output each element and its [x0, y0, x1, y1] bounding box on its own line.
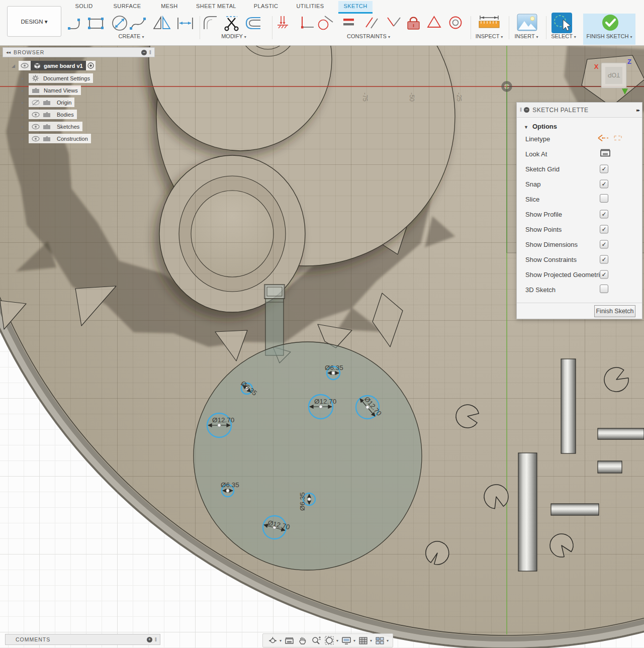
select-dropdown[interactable]: SELECT ▾	[551, 33, 576, 39]
lock-constraint-icon[interactable]	[408, 18, 419, 29]
tab-solid[interactable]: SOLID	[75, 3, 93, 9]
palette-header[interactable]: ‖ − SKETCH PALETTE ▸▸	[517, 103, 642, 118]
create-dropdown[interactable]: CREATE ▾	[119, 33, 144, 39]
inspect-dropdown[interactable]: INSPECT ▾	[476, 33, 503, 39]
collapse-browser-icon[interactable]: ◂◂	[6, 50, 11, 55]
show-projected-geometries-checkbox[interactable]: ✓	[600, 270, 608, 279]
tab-plastic[interactable]: PLASTIC	[254, 3, 279, 9]
palette-options-icon[interactable]: −	[524, 107, 529, 113]
display-settings-icon[interactable]	[341, 636, 351, 645]
eye-icon[interactable]	[32, 112, 40, 118]
fix-constraint-icon[interactable]	[278, 16, 288, 28]
grid-dropdown-caret[interactable]: ▾	[370, 638, 372, 643]
show-points-checkbox[interactable]: ✓	[600, 225, 608, 234]
slice-checkbox[interactable]	[600, 194, 608, 203]
add-comment-icon[interactable]: +	[147, 637, 152, 642]
construction-linetype-icon[interactable]	[597, 133, 610, 143]
browser-root-row[interactable]: ◢ game board v1	[12, 61, 96, 70]
inspect-icon[interactable]	[475, 14, 503, 33]
expand-icon[interactable]: ▸	[22, 88, 29, 93]
3d-sketch-checkbox[interactable]	[600, 285, 608, 293]
browser-row-bodies[interactable]: ▸ Bodies	[22, 110, 77, 119]
browser-row-sketches[interactable]: ▸ Sketches	[22, 122, 82, 131]
finish-sketch-icon[interactable]	[601, 14, 620, 33]
browser-options-icon[interactable]: −	[141, 50, 147, 55]
perpendicular-constraint-icon[interactable]	[388, 18, 400, 26]
show-profile-checkbox[interactable]: ✓	[600, 210, 608, 219]
concentric-constraint-icon[interactable]	[450, 17, 462, 29]
display-dropdown-caret[interactable]: ▾	[353, 638, 355, 643]
insert-dropdown[interactable]: INSERT ▾	[514, 33, 538, 39]
line-tool-icon[interactable]	[68, 19, 80, 30]
dimension-label[interactable]: Ø12.70	[212, 416, 234, 424]
root-component-chip[interactable]: game board v1	[31, 61, 86, 70]
vertical-horizontal-constraint-icon[interactable]	[301, 17, 314, 29]
show-constraints-checkbox[interactable]: ✓	[600, 255, 608, 264]
symmetry-constraint-icon[interactable]	[428, 17, 440, 27]
tab-surface[interactable]: SURFACE	[114, 3, 141, 9]
orbit-icon[interactable]	[268, 636, 278, 645]
comments-grip[interactable]: ‖	[155, 637, 157, 642]
expand-open-icon[interactable]: ◢	[12, 63, 19, 68]
browser-header[interactable]: ◂◂ BROWSER − ‖	[3, 47, 155, 57]
expand-icon[interactable]: ▸	[22, 100, 29, 105]
look-at-nav-icon[interactable]	[285, 636, 294, 645]
comments-bar[interactable]: COMMENTS + ‖	[5, 634, 160, 645]
sketch-profile-disc[interactable]	[194, 342, 422, 570]
expand-icon[interactable]: ▸	[22, 124, 29, 129]
expand-icon[interactable]: ▸	[22, 76, 29, 81]
offset-tool-icon[interactable]	[246, 18, 260, 29]
browser-grip[interactable]: ‖	[149, 50, 151, 55]
orbit-dropdown-caret[interactable]: ▾	[280, 638, 282, 643]
palette-grip[interactable]: ‖	[520, 107, 522, 113]
dimension-label[interactable]: Ø12.70	[314, 398, 336, 405]
snap-checkbox[interactable]: ✓	[600, 180, 608, 189]
dimension-label[interactable]: Ø6.35	[299, 492, 306, 511]
dimension-label[interactable]: Ø6.35	[221, 481, 239, 489]
dimension-label[interactable]: Ø6.35	[325, 364, 343, 372]
eye-hidden-icon[interactable]	[32, 100, 40, 106]
fit-dropdown-caret[interactable]: ▾	[336, 638, 338, 643]
tab-sketch[interactable]: SKETCH	[343, 3, 367, 9]
options-section-header[interactable]: ▼Options	[517, 118, 642, 131]
look-at-icon[interactable]	[600, 149, 611, 158]
spline-tool-icon[interactable]	[130, 18, 146, 30]
visibility-eye-icon[interactable]	[19, 61, 31, 70]
pan-icon[interactable]	[298, 636, 307, 645]
browser-row-named-views[interactable]: ▸ Named Views	[22, 85, 81, 95]
browser-row-document-settings[interactable]: ▸ Document Settings	[22, 73, 93, 83]
insert-icon[interactable]	[516, 14, 539, 33]
fillet-tool-icon[interactable]	[204, 17, 217, 29]
eye-icon[interactable]	[32, 136, 40, 142]
expand-icon[interactable]: ▸	[22, 136, 29, 141]
palette-expand-icon[interactable]: ▸▸	[636, 108, 639, 113]
browser-row-origin[interactable]: ▸ Origin	[22, 98, 74, 107]
tab-mesh[interactable]: MESH	[161, 3, 177, 9]
rectangle-tool-icon[interactable]	[88, 18, 104, 29]
grid-settings-icon[interactable]	[358, 636, 368, 645]
fit-icon[interactable]	[325, 636, 334, 645]
browser-row-construction[interactable]: ▸ Construction	[22, 134, 91, 143]
equal-constraint-icon[interactable]	[343, 19, 354, 26]
activate-component-radio[interactable]	[86, 61, 96, 70]
parallel-constraint-icon[interactable]	[366, 18, 378, 28]
tab-utilities[interactable]: UTILITIES	[297, 3, 324, 9]
constraints-dropdown[interactable]: CONSTRAINTS ▾	[347, 33, 390, 39]
zoom-icon[interactable]	[311, 636, 321, 645]
finish-sketch-dropdown[interactable]: FINISH SKETCH ▾	[587, 33, 632, 39]
expand-icon[interactable]: ▸	[22, 112, 29, 117]
sketch-grid-checkbox[interactable]: ✓	[600, 165, 608, 173]
tangent-constraint-icon[interactable]	[319, 16, 333, 30]
dimension-tool-icon[interactable]	[178, 18, 193, 29]
projection-linetype-icon[interactable]	[612, 133, 624, 143]
trim-tool-icon[interactable]	[225, 17, 238, 31]
mirror-tool-icon[interactable]	[154, 17, 170, 29]
viewports-dropdown-caret[interactable]: ▾	[387, 638, 389, 643]
eye-icon[interactable]	[32, 124, 40, 130]
viewports-icon[interactable]	[375, 636, 385, 645]
modify-dropdown[interactable]: MODIFY ▾	[221, 33, 246, 39]
tab-sheet-metal[interactable]: SHEET METAL	[196, 3, 236, 9]
design-workspace-dropdown[interactable]: DESIGN ▾	[7, 6, 61, 37]
circle-tool-icon[interactable]	[113, 16, 127, 30]
select-icon[interactable]	[551, 12, 573, 34]
